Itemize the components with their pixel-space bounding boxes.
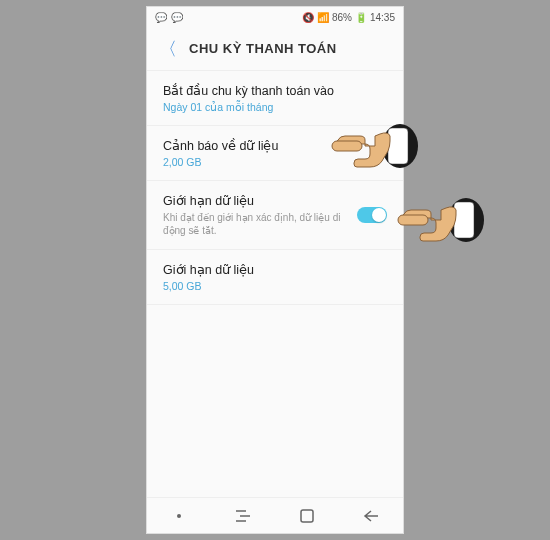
- message-icon: 💬: [171, 12, 183, 23]
- svg-rect-0: [301, 510, 313, 522]
- svg-rect-2: [388, 128, 408, 164]
- home-button[interactable]: [298, 507, 316, 525]
- battery-text: 86%: [332, 12, 352, 23]
- battery-icon: 🔋: [355, 12, 367, 23]
- recents-button[interactable]: [234, 507, 252, 525]
- setting-description: Khi đạt đến giới hạn xác định, dữ liệu d…: [163, 211, 349, 237]
- back-nav-button[interactable]: [362, 507, 380, 525]
- page-title: CHU KỲ THANH TOÁN: [189, 41, 337, 56]
- time-text: 14:35: [370, 12, 395, 23]
- signal-icon: 📶: [317, 12, 329, 23]
- back-button[interactable]: 〈: [159, 37, 177, 61]
- setting-subtitle: 5,00 GB: [163, 280, 387, 292]
- navigation-bar: [147, 497, 403, 533]
- data-limit-toggle[interactable]: [357, 207, 387, 223]
- data-limit-toggle-item: Giới hạn dữ liệu Khi đạt đến giới hạn xá…: [147, 181, 403, 250]
- status-left: 💬 💬: [155, 12, 183, 23]
- phone-screen: 💬 💬 🔇 📶 86% 🔋 14:35 〈 CHU KỲ THANH TOÁN …: [146, 6, 404, 534]
- setting-title: Giới hạn dữ liệu: [163, 262, 387, 277]
- svg-rect-3: [332, 141, 362, 151]
- svg-rect-6: [398, 215, 428, 225]
- status-right: 🔇 📶 86% 🔋 14:35: [302, 12, 395, 23]
- setting-subtitle: Ngày 01 của mỗi tháng: [163, 101, 387, 113]
- pointing-hand-icon: [396, 190, 486, 254]
- svg-rect-5: [454, 202, 474, 238]
- header: 〈 CHU KỲ THANH TOÁN: [147, 27, 403, 71]
- chat-icon: 💬: [155, 12, 167, 23]
- data-limit-value-item[interactable]: Giới hạn dữ liệu 5,00 GB: [147, 250, 403, 305]
- mute-icon: 🔇: [302, 12, 314, 23]
- pointing-hand-icon: [330, 116, 420, 180]
- setting-title: Bắt đầu chu kỳ thanh toán vào: [163, 83, 387, 98]
- status-bar: 💬 💬 🔇 📶 86% 🔋 14:35: [147, 7, 403, 27]
- menu-dot-icon[interactable]: [170, 507, 188, 525]
- setting-title: Giới hạn dữ liệu: [163, 193, 349, 208]
